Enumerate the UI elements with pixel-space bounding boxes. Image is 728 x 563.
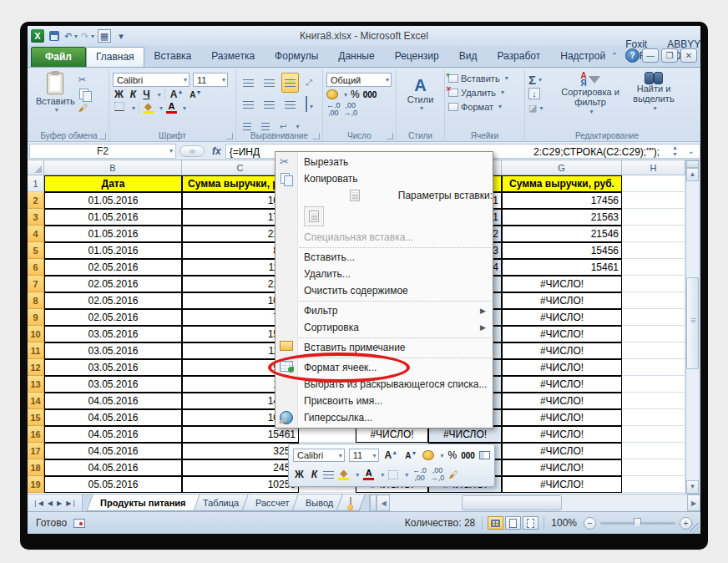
cell-G1[interactable]: Сумма выручки, руб. [502, 175, 622, 192]
align-top-icon[interactable] [240, 73, 257, 93]
cell-G17[interactable]: #ЧИСЛО! [502, 443, 622, 459]
insert-cells-button[interactable]: Вставить▾ [448, 71, 521, 85]
cell-G10[interactable]: #ЧИСЛО! [502, 326, 622, 342]
horizontal-scroll-thumb[interactable] [462, 495, 562, 510]
menu-item-выбрать-из-раскрывающегося-списка[interactable]: Выбрать из раскрывающегося списка... [276, 376, 493, 393]
next-sheet-icon[interactable]: ▶ [55, 500, 63, 507]
cell-B4[interactable]: 01.05.2016 [44, 226, 182, 242]
normal-view-icon[interactable] [488, 516, 503, 530]
cell-H17[interactable] [622, 443, 685, 459]
cell-G6[interactable]: 15461 [502, 259, 622, 276]
column-header-B[interactable]: B [44, 160, 182, 175]
cell-G4[interactable]: 21546 [502, 226, 622, 242]
page-layout-view-icon[interactable] [505, 516, 521, 530]
macro-record-icon[interactable] [73, 519, 85, 528]
comma-format-icon[interactable]: 000 [363, 90, 377, 99]
minimize-button[interactable]: — [642, 48, 659, 63]
cell-F16[interactable]: #ЧИСЛО! [428, 426, 502, 443]
cell-G13[interactable]: #ЧИСЛО! [502, 376, 622, 393]
tab-вставка[interactable]: Вставка [144, 46, 202, 67]
tab-данные[interactable]: Данные [328, 46, 384, 67]
scroll-up-icon[interactable]: ▲ [686, 168, 699, 181]
insert-worksheet-tab[interactable] [336, 495, 366, 511]
cell-G14[interactable]: #ЧИСЛО! [502, 393, 622, 409]
cell-H11[interactable] [622, 342, 685, 359]
cell-B17[interactable]: 04.05.2016 [44, 443, 182, 459]
fill-icon[interactable]: ↓ [528, 88, 540, 99]
cell-H16[interactable] [622, 426, 685, 443]
mini-center-icon[interactable] [323, 471, 334, 479]
mini-font-name-combo[interactable]: Calibri▾ [293, 449, 345, 462]
cell-H6[interactable] [622, 259, 685, 276]
row-header-13[interactable]: 13 [28, 376, 44, 393]
tab-разметка[interactable]: Разметка [201, 46, 265, 67]
row-header-6[interactable]: 6 [28, 259, 44, 276]
menu-item-вырезать[interactable]: Вырезать [276, 154, 493, 170]
font-size-combo[interactable]: 11▾ [193, 73, 228, 87]
font-name-combo[interactable]: Calibri▾ [113, 73, 190, 87]
cell-B16[interactable]: 04.05.2016 [44, 426, 182, 443]
column-header-G[interactable]: G [502, 160, 622, 175]
clear-icon[interactable]: ◪▾ [528, 102, 557, 114]
last-sheet-icon[interactable]: ▶❘ [64, 500, 78, 507]
cell-G12[interactable]: #ЧИСЛО! [502, 359, 622, 376]
row-header-16[interactable]: 16 [28, 426, 44, 443]
cell-B13[interactable]: 03.05.2016 [44, 376, 182, 393]
row-header-2[interactable]: 2 [28, 192, 44, 209]
cell-H4[interactable] [622, 226, 685, 242]
underline-button[interactable]: Ч [141, 89, 151, 100]
autosum-icon[interactable]: Σ▾ [528, 74, 557, 85]
cell-B5[interactable]: 01.05.2016 [44, 242, 182, 259]
menu-item-формат-ячеек[interactable]: Формат ячеек... [276, 359, 493, 376]
currency-format-icon[interactable] [326, 89, 338, 99]
mini-percent-icon[interactable]: % [448, 449, 458, 461]
cell-H3[interactable] [622, 209, 685, 226]
menu-item-вставить[interactable]: Вставить... [276, 249, 493, 266]
tab-главная[interactable]: Главная [86, 47, 144, 67]
mini-font-size-combo[interactable]: 11▾ [349, 449, 379, 462]
cell-H7[interactable] [622, 276, 685, 292]
cell-H12[interactable] [622, 359, 685, 376]
cell-D16[interactable] [299, 426, 356, 443]
cell-E16[interactable]: #ЧИСЛО! [356, 426, 428, 443]
row-header-9[interactable]: 9 [28, 309, 44, 326]
menu-item-копировать[interactable]: Копировать [276, 170, 493, 187]
menu-item-специальная-вставка[interactable]: Специальная вставка... [276, 229, 493, 246]
menu-item-удалить[interactable]: Удалить... [276, 266, 493, 282]
cell-H10[interactable] [622, 326, 685, 342]
styles-button[interactable]: А Стили▾ [400, 71, 441, 114]
cell-G15[interactable]: #ЧИСЛО! [502, 409, 622, 426]
cell-B15[interactable]: 04.05.2016 [44, 409, 182, 426]
format-cells-button[interactable]: Формат▾ [448, 99, 521, 114]
percent-format-icon[interactable]: % [351, 89, 360, 100]
zoom-level[interactable]: 100% [551, 517, 577, 529]
cell-H2[interactable] [622, 192, 685, 209]
zoom-track[interactable] [600, 522, 675, 525]
menu-item-вставить-примечание[interactable]: Вставить примечание [276, 339, 493, 356]
expand-formula-bar-icon[interactable]: ⌄ [688, 146, 695, 155]
menu-item-гиперссылка[interactable]: Гиперссылка... [276, 409, 493, 426]
grow-font-button[interactable]: А▲ [169, 89, 185, 100]
cell-G5[interactable]: 15456 [502, 242, 622, 259]
cell-G18[interactable]: #ЧИСЛО! [502, 459, 622, 476]
menu-item-присвоить-имя[interactable]: Присвоить имя... [276, 393, 493, 409]
insert-function-icon[interactable]: fx [208, 145, 225, 157]
cell-H1[interactable] [622, 175, 685, 192]
menu-item-фильтр[interactable]: Фильтр▶ [276, 302, 493, 319]
row-header-4[interactable]: 4 [28, 226, 44, 242]
mini-currency-icon[interactable] [422, 450, 433, 460]
scroll-right-icon[interactable]: ▶ [687, 495, 700, 511]
align-bottom-icon[interactable] [281, 73, 299, 93]
paste-option-button[interactable] [276, 204, 493, 229]
scroll-left-icon[interactable]: ◀ [377, 495, 390, 511]
dialog-launcher-icon[interactable] [387, 133, 393, 139]
menu-item-очистить-содержимое[interactable]: Очистить содержимое [276, 282, 493, 299]
cell-C16[interactable]: 15461 [182, 426, 299, 443]
row-header-3[interactable]: 3 [28, 209, 44, 226]
dialog-launcher-icon[interactable] [226, 133, 233, 139]
bold-button[interactable]: Ж [113, 89, 125, 100]
row-header-18[interactable]: 18 [28, 459, 44, 476]
row-header-11[interactable]: 11 [28, 342, 44, 359]
dialog-launcher-icon[interactable] [313, 133, 320, 139]
menu-item-параметры-вставки[interactable]: Параметры вставки: [276, 187, 493, 204]
